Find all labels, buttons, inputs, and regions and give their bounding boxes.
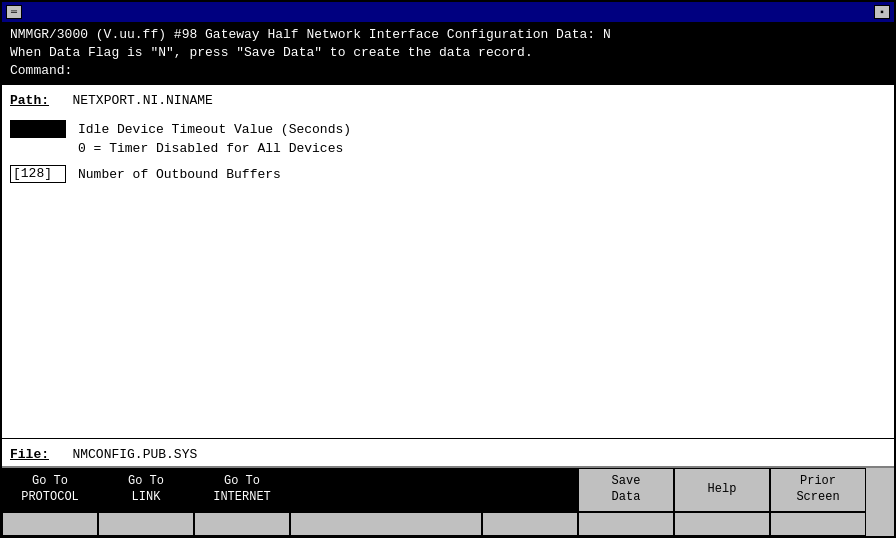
file-label: File: — [10, 447, 49, 462]
idle-timeout-desc-line2: 0 = Timer Disabled for All Devices — [78, 139, 351, 159]
outbound-buffers-bracket-open: [ — [13, 166, 21, 181]
header-area: NMMGR/3000 (V.uu.ff) #98 Gateway Half Ne… — [2, 22, 894, 85]
idle-timeout-input[interactable] — [10, 120, 66, 138]
header-line3: Command: — [10, 62, 886, 80]
sub-btn-2 — [98, 512, 194, 536]
outbound-buffers-desc-line1: Number of Outbound Buffers — [78, 165, 281, 185]
header-line1: NMMGR/3000 (V.uu.ff) #98 Gateway Half Ne… — [10, 26, 886, 44]
content-area: Path: NETXPORT.NI.NINAME Idle Device Tim… — [2, 85, 894, 199]
bottom-button-row — [2, 512, 894, 536]
outbound-buffers-value: 128 — [21, 166, 44, 181]
file-value: NMCONFIG.PUB.SYS — [72, 447, 197, 462]
empty-button-3 — [482, 468, 578, 512]
sub-btn-7 — [674, 512, 770, 536]
outbound-buffers-bracket-close: ] — [44, 166, 52, 181]
sub-btn-4 — [290, 512, 482, 536]
outbound-buffers-row: [ 128 ] Number of Outbound Buffers — [10, 165, 886, 185]
system-menu-button[interactable]: ═ — [6, 5, 22, 19]
window-frame: ═ ▪ NMMGR/3000 (V.uu.ff) #98 Gateway Hal… — [0, 0, 896, 538]
go-to-protocol-button[interactable]: Go ToPROTOCOL — [2, 468, 98, 512]
path-value: NETXPORT.NI.NINAME — [72, 93, 212, 108]
main-content: NMMGR/3000 (V.uu.ff) #98 Gateway Half Ne… — [2, 22, 894, 536]
empty-button-1 — [290, 468, 386, 512]
go-to-internet-button[interactable]: Go ToINTERNET — [194, 468, 290, 512]
file-area: File: NMCONFIG.PUB.SYS — [2, 438, 894, 466]
outbound-buffers-input[interactable]: [ 128 ] — [10, 165, 66, 183]
save-data-button[interactable]: SaveData — [578, 468, 674, 512]
prior-screen-button[interactable]: PriorScreen — [770, 468, 866, 512]
sub-btn-8 — [770, 512, 866, 536]
path-line: Path: NETXPORT.NI.NINAME — [10, 93, 886, 108]
empty-button-2 — [386, 468, 482, 512]
button-area: Go ToPROTOCOL Go ToLINK Go ToINTERNET Sa… — [2, 466, 894, 536]
idle-timeout-description: Idle Device Timeout Value (Seconds) 0 = … — [78, 120, 351, 159]
outbound-buffers-description: Number of Outbound Buffers — [78, 165, 281, 185]
sub-btn-6 — [578, 512, 674, 536]
top-button-row: Go ToPROTOCOL Go ToLINK Go ToINTERNET Sa… — [2, 468, 894, 512]
header-line2: When Data Flag is "N", press "Save Data"… — [10, 44, 886, 62]
help-button[interactable]: Help — [674, 468, 770, 512]
idle-timeout-desc-line1: Idle Device Timeout Value (Seconds) — [78, 120, 351, 140]
go-to-link-button[interactable]: Go ToLINK — [98, 468, 194, 512]
sub-btn-1 — [2, 512, 98, 536]
sub-btn-3 — [194, 512, 290, 536]
maximize-button[interactable]: ▪ — [874, 5, 890, 19]
sub-btn-5 — [482, 512, 578, 536]
title-bar: ═ ▪ — [2, 2, 894, 22]
idle-timeout-row: Idle Device Timeout Value (Seconds) 0 = … — [10, 120, 886, 159]
title-bar-left: ═ — [6, 5, 22, 19]
content-wrapper: Path: NETXPORT.NI.NINAME Idle Device Tim… — [2, 85, 894, 438]
path-label: Path: — [10, 93, 49, 108]
